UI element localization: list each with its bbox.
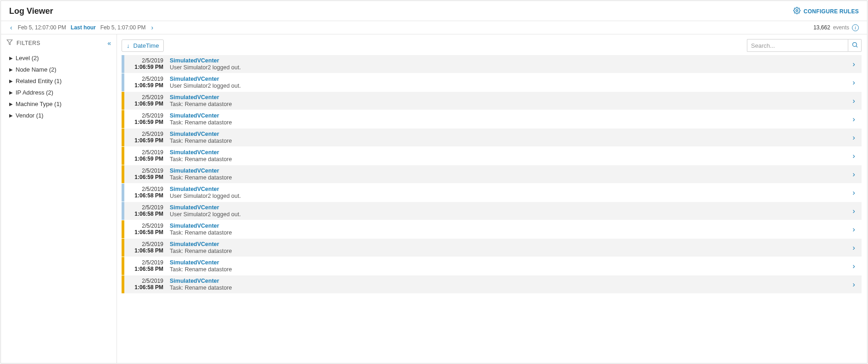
caret-right-icon: ▶ — [9, 67, 13, 72]
log-date: 2/5/2019 — [126, 149, 163, 156]
log-message: Task: Rename datastore — [170, 156, 842, 162]
next-time-label: Feb 5, 1:07:00 PM — [100, 24, 146, 31]
filter-item[interactable]: ▶IP Address (2) — [6, 87, 111, 98]
chevron-right-icon[interactable]: › — [846, 275, 862, 293]
sort-label: DateTime — [134, 42, 159, 49]
filters-sidebar: FILTERS « ▶Level (2)▶Node Name (2)▶Relat… — [1, 34, 117, 363]
log-source: SimulatedVCenter — [170, 278, 842, 284]
log-source: SimulatedVCenter — [170, 186, 842, 192]
search-input[interactable] — [747, 39, 848, 52]
log-date: 2/5/2019 — [126, 112, 163, 119]
prev-time-label: Feb 5, 12:07:00 PM — [18, 24, 66, 31]
log-timestamp: 1:06:59 PM — [126, 156, 163, 162]
log-source: SimulatedVCenter — [170, 57, 842, 64]
log-message: Task: Rename datastore — [170, 266, 842, 273]
page-title: Log Viewer — [9, 6, 53, 16]
log-source: SimulatedVCenter — [170, 94, 842, 101]
log-row[interactable]: 2/5/20191:06:59 PMSimulatedVCenterTask: … — [122, 165, 862, 184]
log-content: SimulatedVCenterTask: Rename datastore — [168, 129, 846, 146]
log-date: 2/5/2019 — [126, 241, 163, 247]
log-row[interactable]: 2/5/20191:06:58 PMSimulatedVCenterTask: … — [122, 275, 862, 294]
configure-rules-button[interactable]: CONFIGURE RULES — [793, 7, 859, 16]
log-row[interactable]: 2/5/20191:06:59 PMSimulatedVCenterUser S… — [122, 73, 862, 92]
log-timestamp: 1:06:58 PM — [126, 229, 163, 235]
log-date: 2/5/2019 — [126, 223, 163, 229]
filter-item[interactable]: ▶Level (2) — [6, 52, 111, 64]
log-row[interactable]: 2/5/20191:06:59 PMSimulatedVCenterTask: … — [122, 110, 862, 129]
log-time: 2/5/20191:06:59 PM — [124, 129, 168, 146]
log-message: Task: Rename datastore — [170, 138, 842, 144]
svg-point-0 — [796, 10, 798, 11]
search-button[interactable] — [848, 39, 862, 52]
filters-title: FILTERS — [17, 40, 40, 46]
caret-right-icon: ▶ — [9, 113, 13, 118]
log-content: SimulatedVCenterTask: Rename datastore — [168, 257, 846, 275]
filter-item[interactable]: ▶Machine Type (1) — [6, 98, 111, 110]
log-row[interactable]: 2/5/20191:06:59 PMSimulatedVCenterTask: … — [122, 92, 862, 110]
log-content: SimulatedVCenterUser Simulator2 logged o… — [168, 184, 846, 202]
log-time: 2/5/20191:06:59 PM — [124, 165, 168, 183]
log-message: Task: Rename datastore — [170, 101, 842, 107]
log-date: 2/5/2019 — [126, 76, 163, 82]
log-row[interactable]: 2/5/20191:06:58 PMSimulatedVCenterTask: … — [122, 220, 862, 239]
log-timestamp: 1:06:58 PM — [126, 284, 163, 291]
chevron-right-icon[interactable]: › — [846, 202, 862, 220]
log-row[interactable]: 2/5/20191:06:58 PMSimulatedVCenterTask: … — [122, 257, 862, 275]
log-source: SimulatedVCenter — [170, 259, 842, 266]
filter-item-label: IP Address (2) — [16, 89, 53, 96]
log-date: 2/5/2019 — [126, 259, 163, 266]
caret-right-icon: ▶ — [9, 78, 13, 84]
chevron-right-icon[interactable]: › — [846, 257, 862, 275]
chevron-right-icon[interactable]: › — [846, 184, 862, 202]
log-row[interactable]: 2/5/20191:06:58 PMSimulatedVCenterUser S… — [122, 202, 862, 220]
log-list[interactable]: 2/5/20191:06:59 PMSimulatedVCenterUser S… — [122, 55, 862, 363]
log-message: Task: Rename datastore — [170, 119, 842, 126]
svg-point-2 — [852, 43, 857, 47]
log-date: 2/5/2019 — [126, 278, 163, 284]
svg-marker-1 — [7, 40, 12, 45]
info-icon[interactable]: i — [852, 24, 859, 31]
time-range-selector[interactable]: Last hour — [71, 24, 96, 31]
log-content: SimulatedVCenterUser Simulator2 logged o… — [168, 202, 846, 220]
log-row[interactable]: 2/5/20191:06:58 PMSimulatedVCenterUser S… — [122, 184, 862, 202]
collapse-sidebar-button[interactable]: « — [107, 39, 111, 47]
log-content: SimulatedVCenterTask: Rename datastore — [168, 92, 846, 110]
filter-item[interactable]: ▶Related Entity (1) — [6, 75, 111, 87]
chevron-right-icon[interactable]: › — [846, 220, 862, 238]
log-row[interactable]: 2/5/20191:06:59 PMSimulatedVCenterUser S… — [122, 55, 862, 73]
log-source: SimulatedVCenter — [170, 204, 842, 211]
log-time: 2/5/20191:06:58 PM — [124, 184, 168, 202]
chevron-right-icon[interactable]: › — [846, 92, 862, 110]
log-time: 2/5/20191:06:58 PM — [124, 257, 168, 275]
log-message: Task: Rename datastore — [170, 248, 842, 254]
sort-datetime-button[interactable]: ↓ DateTime — [122, 39, 164, 52]
prev-time-button[interactable]: ‹ — [9, 24, 13, 31]
chevron-right-icon[interactable]: › — [846, 55, 862, 73]
filter-item-label: Level (2) — [16, 55, 39, 62]
log-timestamp: 1:06:58 PM — [126, 266, 163, 272]
svg-line-3 — [856, 46, 857, 47]
log-row[interactable]: 2/5/20191:06:59 PMSimulatedVCenterTask: … — [122, 147, 862, 165]
filter-item-label: Related Entity (1) — [16, 78, 61, 84]
filter-item[interactable]: ▶Vendor (1) — [6, 110, 111, 121]
log-message: User Simulator2 logged out. — [170, 211, 842, 218]
log-row[interactable]: 2/5/20191:06:59 PMSimulatedVCenterTask: … — [122, 129, 862, 147]
filter-item[interactable]: ▶Node Name (2) — [6, 64, 111, 75]
log-source: SimulatedVCenter — [170, 223, 842, 229]
chevron-right-icon[interactable]: › — [846, 129, 862, 146]
log-row[interactable]: 2/5/20191:06:58 PMSimulatedVCenterTask: … — [122, 239, 862, 257]
log-time: 2/5/20191:06:58 PM — [124, 220, 168, 238]
arrow-down-icon: ↓ — [127, 42, 130, 49]
next-time-button[interactable]: › — [150, 24, 154, 31]
chevron-right-icon[interactable]: › — [846, 110, 862, 128]
log-date: 2/5/2019 — [126, 168, 163, 174]
chevron-right-icon[interactable]: › — [846, 239, 862, 257]
log-timestamp: 1:06:59 PM — [126, 82, 163, 89]
chevron-right-icon[interactable]: › — [846, 165, 862, 183]
log-timestamp: 1:06:59 PM — [126, 64, 163, 70]
chevron-right-icon[interactable]: › — [846, 73, 862, 91]
log-date: 2/5/2019 — [126, 57, 163, 64]
log-content: SimulatedVCenterTask: Rename datastore — [168, 239, 846, 257]
log-message: Task: Rename datastore — [170, 285, 842, 291]
chevron-right-icon[interactable]: › — [846, 147, 862, 165]
